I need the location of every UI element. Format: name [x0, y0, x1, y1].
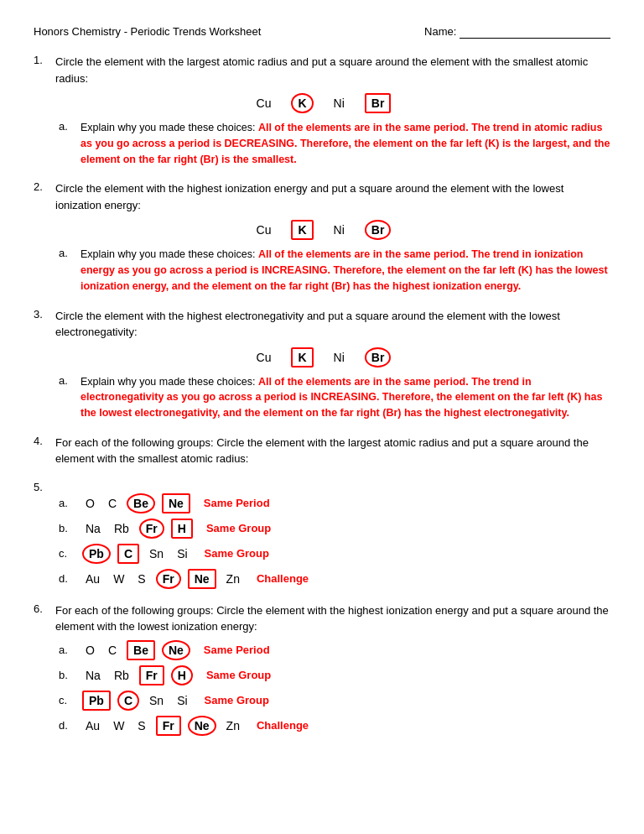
category-tag: Challenge: [257, 719, 309, 732]
question-2: 2.Circle the element with the highest io…: [34, 180, 610, 294]
elements-row: CuKNiBr: [34, 347, 610, 367]
category-tag: Same Group: [205, 694, 269, 706]
q4-container: 4.For each of the following groups: Circ…: [34, 435, 610, 467]
question-3: 3.Circle the element with the highest el…: [34, 308, 610, 421]
element-symbol: O: [82, 642, 98, 659]
element-symbol: K: [291, 220, 313, 240]
explain-prefix: Explain why you made these choices: All …: [80, 120, 610, 167]
sub-letter: a.: [59, 374, 74, 387]
question-6: 6.For each of the following groups: Circ…: [34, 602, 610, 736]
sub-item: d.AuWSFrNeZnChallenge: [59, 569, 610, 589]
element-symbol: Pb: [82, 544, 111, 564]
element-symbol: W: [110, 571, 127, 587]
element-symbol: Ne: [162, 493, 190, 513]
sub-letter: a.: [59, 644, 75, 656]
element-symbol: Rb: [111, 520, 132, 537]
sub-letter: d.: [59, 572, 75, 585]
sub-answer: a.Explain why you made these choices: Al…: [59, 120, 610, 167]
sub-letter: a.: [59, 247, 74, 259]
element-symbol: H: [171, 665, 193, 685]
element-symbol: H: [171, 519, 193, 539]
worksheet-title: Honors Chemistry - Periodic Trends Works…: [34, 25, 261, 38]
explain-prefix: Explain why you made these choices: All …: [80, 247, 610, 294]
sub-item: b.NaRbFrHSame Group: [59, 665, 610, 685]
element-symbol: Fr: [156, 569, 181, 589]
element-symbol: Ni: [330, 349, 348, 366]
element-symbol: Zn: [223, 717, 243, 734]
element-symbol: W: [110, 717, 127, 734]
sub-letter: b.: [59, 669, 75, 681]
element-symbol: Au: [82, 717, 103, 734]
element-symbol: Ne: [188, 569, 216, 589]
element-symbol: Ne: [162, 640, 190, 660]
questions-container: 1.Circle the element with the largest at…: [34, 54, 610, 421]
element-symbol: Ne: [188, 716, 216, 736]
sub-item: a.OCBeNeSame Period: [59, 640, 610, 660]
sub-item: a.OCBeNeSame Period: [59, 493, 610, 513]
category-tag: Same Group: [206, 669, 271, 681]
element-symbol: Fr: [139, 519, 164, 539]
element-symbol: Rb: [111, 667, 132, 684]
element-symbol: Na: [82, 520, 104, 537]
element-symbol: C: [117, 544, 139, 564]
element-symbol: Be: [127, 640, 155, 660]
element-symbol: Na: [82, 667, 104, 684]
element-symbol: Br: [365, 347, 392, 367]
sub-answer: a.Explain why you made these choices: Al…: [59, 374, 610, 421]
question-1: 1.Circle the element with the largest at…: [34, 54, 610, 167]
question-5: 5.a.OCBeNeSame Periodb.NaRbFrHSame Group…: [34, 481, 610, 589]
sub-letter: a.: [59, 120, 74, 133]
element-symbol: K: [291, 93, 313, 113]
element-symbol: C: [105, 642, 120, 659]
sub-letter: b.: [59, 522, 75, 534]
category-tag: Same Period: [204, 497, 270, 509]
sub-letter: d.: [59, 719, 75, 732]
element-symbol: Fr: [156, 716, 181, 736]
sub-item: d.AuWSFrNeZnChallenge: [59, 716, 610, 736]
category-tag: Same Period: [204, 644, 270, 656]
element-symbol: Si: [174, 692, 190, 709]
element-symbol: Zn: [223, 571, 243, 587]
element-symbol: Br: [365, 93, 392, 113]
question-text: For each of the following groups: Circle…: [55, 602, 610, 635]
element-symbol: Pb: [82, 691, 111, 711]
element-symbol: Be: [127, 493, 155, 513]
element-symbol: Ni: [330, 222, 348, 238]
question-number: 1.: [34, 54, 50, 86]
element-symbol: Br: [365, 220, 392, 240]
explain-prefix: Explain why you made these choices: All …: [80, 374, 610, 421]
element-symbol: Cu: [253, 222, 275, 238]
category-tag: Same Group: [206, 522, 271, 534]
name-field: Name:: [424, 25, 610, 39]
sub-letter: c.: [59, 694, 75, 706]
question-number: 6.: [34, 602, 50, 635]
element-symbol: Sn: [146, 692, 167, 709]
element-symbol: Cu: [253, 95, 275, 112]
element-symbol: S: [134, 571, 148, 587]
page-header: Honors Chemistry - Periodic Trends Works…: [34, 25, 610, 39]
element-symbol: C: [105, 495, 120, 512]
element-symbol: Ni: [330, 95, 348, 112]
sub-letter: a.: [59, 497, 75, 509]
question-number: 5.: [34, 481, 50, 493]
category-tag: Same Group: [205, 547, 269, 560]
element-symbol: Fr: [139, 665, 164, 685]
question-number: 4.: [34, 435, 50, 467]
element-symbol: Sn: [146, 545, 167, 562]
element-symbol: Au: [82, 571, 103, 587]
question-number: 3.: [34, 308, 50, 341]
element-symbol: Si: [174, 545, 190, 562]
elements-row: CuKNiBr: [34, 93, 610, 113]
sub-answer: a.Explain why you made these choices: Al…: [59, 247, 610, 294]
q5-container: 5.a.OCBeNeSame Periodb.NaRbFrHSame Group…: [34, 481, 610, 589]
element-symbol: O: [82, 495, 98, 512]
element-symbol: Cu: [253, 349, 275, 366]
sub-letter: c.: [59, 547, 75, 560]
question-text: Circle the element with the highest ioni…: [55, 180, 610, 213]
category-tag: Challenge: [257, 572, 309, 585]
sub-item: b.NaRbFrHSame Group: [59, 519, 610, 539]
sub-item: c.PbCSnSiSame Group: [59, 691, 610, 711]
question-text: For each of the following groups: Circle…: [55, 435, 610, 467]
element-symbol: S: [134, 717, 148, 734]
element-symbol: K: [291, 347, 313, 367]
